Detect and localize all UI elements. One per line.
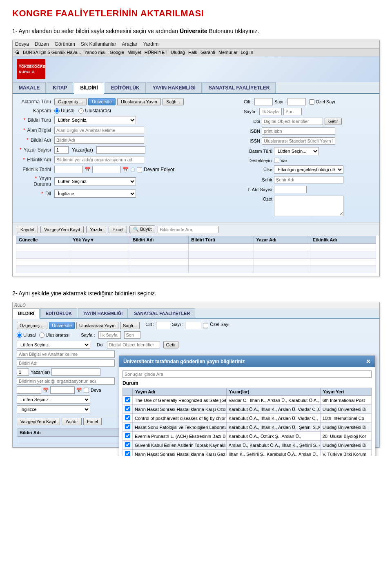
ozet-textarea[interactable] [274, 196, 343, 216]
row-checkbox-cell[interactable] [123, 423, 133, 432]
cilt-input-2[interactable] [156, 322, 170, 329]
ozel-sayi-check-2[interactable] [203, 322, 208, 329]
alan-bilgisi-input[interactable] [54, 127, 144, 134]
menu-sik[interactable]: Sık Kullanılanlar [81, 41, 116, 47]
dil-select-2[interactable]: İngilizce [17, 405, 90, 413]
son-sayfa-2[interactable] [124, 331, 140, 339]
row-checkbox-3[interactable] [125, 424, 130, 429]
modal-close-btn[interactable]: ✕ [366, 358, 371, 365]
tab2-editorluk[interactable]: EDİTÖRLÜK [40, 308, 77, 318]
btn-ozgecmis[interactable]: Özgeçmiş ... [54, 98, 87, 105]
getir-btn[interactable]: Getir [325, 118, 342, 125]
radio-ulusal-label-2[interactable]: Ulusal [17, 333, 36, 338]
row-checkbox-0[interactable] [125, 397, 130, 402]
buyut-btn[interactable]: 🔍 Büyüt [129, 225, 155, 233]
isbn-input[interactable] [262, 127, 335, 135]
yazarlar-input[interactable]: ARSLAN ÜMİT [96, 146, 145, 154]
yazarlar-input-2[interactable]: ARSLAN ÜMİT [51, 368, 100, 376]
toolbar-google[interactable]: Google [110, 50, 124, 55]
menu-yardim[interactable]: Yardım [143, 41, 158, 47]
toolbar-memurlar[interactable]: Memurlar [218, 50, 237, 55]
radio-uluslararasi-2[interactable] [39, 333, 45, 338]
etkinlik-bit-2[interactable] [50, 386, 75, 394]
etkinlik-adi-input-2[interactable] [17, 377, 115, 385]
etkinlik-bitis-input[interactable] [92, 166, 121, 173]
radio-ulusal-2[interactable] [17, 333, 22, 338]
btn-sagli-2[interactable]: Sağlı... [120, 322, 140, 329]
menu-duzen[interactable]: Düzen [35, 41, 49, 47]
ulke-select[interactable]: Etkinliğin gerçekleştirildiği ülkeyi seç… [274, 165, 343, 174]
toolbar-garanti[interactable]: Garanti [200, 50, 215, 55]
calendar-icon-4[interactable]: 📅 [76, 388, 82, 393]
radio-uluslararasi-label-2[interactable]: Uluslararası [39, 333, 70, 338]
tab2-yayin-hakemlik[interactable]: YAYIN HAKEMLİĞİ [78, 308, 128, 318]
menu-goruntum[interactable]: Görünüm [55, 41, 75, 47]
col-yok-yay[interactable]: Yök Yay▼ [70, 236, 130, 244]
etkinlik-adi-input[interactable] [54, 156, 144, 163]
ilk-sayfa-2[interactable] [98, 331, 121, 339]
menu-dosya[interactable]: Dosya [15, 41, 29, 47]
excel-btn-2[interactable]: Excel [83, 418, 102, 425]
toolbar-login[interactable]: Log In [241, 50, 253, 55]
radio-uluslararasi-label[interactable]: Uluslararası [78, 108, 111, 114]
row-checkbox-cell[interactable] [123, 396, 133, 405]
btn-ozgecmis-2[interactable]: Özgeçmiş ... [17, 322, 47, 329]
sehir-input[interactable] [274, 176, 343, 183]
toolbar-yahoo[interactable]: Yahoo mail [84, 50, 106, 55]
radio-ulusal[interactable] [54, 108, 60, 114]
basim-turu-select[interactable]: Lütfen Seçin... [274, 147, 319, 155]
tab-bildiri[interactable]: BİLDİRİ [74, 82, 104, 94]
excel-btn[interactable]: Excel [109, 226, 127, 233]
row-checkbox-1[interactable] [125, 406, 130, 411]
tatif-input[interactable] [274, 186, 307, 193]
row-checkbox-4[interactable] [125, 433, 130, 438]
yazar-sayisi-2[interactable]: 1 [17, 368, 29, 376]
toolbar-milliyet[interactable]: Milliyet [127, 50, 141, 55]
etkinlik-baslangic-input[interactable] [54, 166, 83, 173]
son-sayfa-input[interactable] [283, 108, 302, 115]
dil-select[interactable]: İngilizce [54, 190, 136, 198]
doi-input[interactable] [262, 118, 323, 125]
btn-universite-2[interactable]: Üniversite [49, 322, 75, 329]
btn-sagli[interactable]: Sağlı... [163, 98, 184, 105]
row-checkbox-2[interactable] [125, 415, 130, 420]
toolbar-bursa[interactable]: BURSA İçin 5 Günlük Hava... [23, 50, 81, 55]
btn-universite[interactable]: Üniversite [88, 98, 116, 105]
row-checkbox-5[interactable] [125, 442, 130, 447]
yayin-durumu-select-2[interactable]: Lütfen Seçiniz. [17, 395, 90, 404]
calendar-icon-1[interactable]: 📅 [85, 167, 91, 172]
btn-uluslararasi-2[interactable]: Uluslararası Yayın [76, 322, 118, 329]
etkinlik-bas-2[interactable] [17, 386, 41, 394]
doi-input-2[interactable] [107, 341, 160, 348]
vazgec-btn[interactable]: Vazgeç/Yeni Kayıt [40, 226, 84, 233]
tab-editorluk[interactable]: EDİTÖRLÜK [105, 82, 146, 93]
vazgec-btn-2[interactable]: Vazgeç/Yeni Kayıt [17, 418, 60, 425]
destekleyici-check[interactable] [274, 158, 279, 163]
modal-search-input[interactable] [122, 370, 372, 378]
row-checkbox-cell[interactable] [123, 441, 133, 450]
calendar-icon-2[interactable]: 📅 [122, 167, 129, 172]
bildiri-adi-input-2[interactable] [17, 359, 115, 367]
tab-sanatsal[interactable]: SANATSAL FAALİYETLER [203, 82, 276, 93]
yazar-sayisi-input[interactable]: 1 [54, 146, 69, 154]
sayi-input-2[interactable] [185, 322, 201, 329]
menu-araclar[interactable]: Araçlar [122, 41, 137, 47]
ozel-sayi-check[interactable] [309, 99, 314, 105]
row-checkbox-cell[interactable] [123, 432, 133, 441]
tab-kitap[interactable]: KİTAP [47, 82, 73, 93]
tab2-bildiri[interactable]: BİLDİRİ [13, 308, 40, 319]
radio-ulusal-label[interactable]: Ulusal [54, 108, 74, 114]
row-checkbox-cell[interactable] [123, 405, 133, 414]
devam-ediyor-check[interactable] [137, 167, 142, 172]
row-checkbox-6[interactable] [125, 451, 130, 456]
sayi-input[interactable] [287, 98, 306, 105]
tab-yayin-hakemlik[interactable]: YAYIN HAKEMLİĞİ [147, 82, 202, 93]
toolbar-hurriyet[interactable]: HÜRRİYET [145, 50, 167, 55]
cilt-input[interactable] [254, 98, 273, 105]
yayin-durumu-select[interactable]: Lütfen Seçiniz. [54, 177, 136, 185]
issn-input[interactable] [262, 137, 335, 145]
bildiri-turu-select-2[interactable]: Lütfen Seçiniz. [17, 341, 90, 349]
tab-makale[interactable]: MAKALE [13, 82, 46, 93]
row-checkbox-cell[interactable] [123, 450, 133, 456]
bildiri-ara-input[interactable] [158, 226, 219, 233]
